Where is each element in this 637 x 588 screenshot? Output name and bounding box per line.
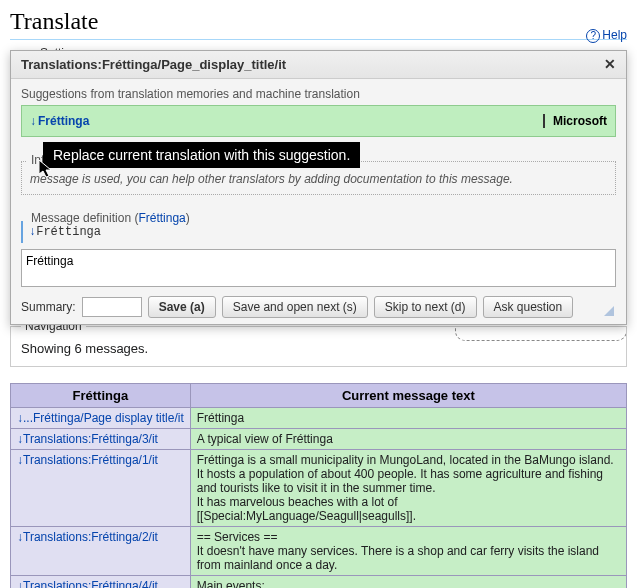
skip-next-button[interactable]: Skip to next (d) — [374, 296, 477, 318]
message-text-cell: A typical view of Fréttinga — [190, 429, 626, 450]
dialog-header: Translations:Fréttinga/Page_display_titl… — [11, 51, 626, 79]
suggestions-label: Suggestions from translation memories an… — [21, 87, 616, 101]
definition-text: Fréttinga — [36, 225, 101, 239]
save-button[interactable]: Save (a) — [148, 296, 216, 318]
summary-label: Summary: — [21, 300, 76, 314]
col-header-text: Current message text — [190, 384, 626, 408]
page-title: Translate — [10, 8, 627, 40]
apply-suggestion-icon[interactable]: ↓ — [30, 114, 36, 128]
tooltip: Replace current translation with this su… — [43, 142, 360, 168]
help-label: Help — [602, 28, 627, 42]
close-icon[interactable]: ✕ — [604, 57, 616, 72]
table-row: ↓Translations:Fréttinga/2/it== Services … — [11, 527, 627, 576]
message-text-cell: Fréttinga is a small municipality in Mun… — [190, 450, 626, 527]
message-text-cell: Main events: — [190, 576, 626, 589]
definition-source-link[interactable]: Fréttinga — [138, 211, 185, 225]
ask-question-button[interactable]: Ask question — [483, 296, 574, 318]
message-key-cell: ↓Translations:Fréttinga/2/it — [11, 527, 191, 576]
message-link[interactable]: ...Fréttinga/Page display title/it — [23, 411, 184, 425]
table-header-row: Fréttinga Current message text — [11, 384, 627, 408]
navigation-box: Navigation Showing 6 messages. — [10, 326, 627, 367]
resize-grip-icon[interactable] — [602, 304, 614, 316]
table-row: ↓Translations:Fréttinga/1/itFréttinga is… — [11, 450, 627, 527]
translation-input[interactable] — [21, 249, 616, 287]
message-key-cell: ↓Translations:Fréttinga/4/it — [11, 576, 191, 589]
navigation-text: Showing 6 messages. — [21, 341, 616, 356]
save-open-next-button[interactable]: Save and open next (s) — [222, 296, 368, 318]
message-text-cell: == Services ==It doesn't have many servi… — [190, 527, 626, 576]
table-row: ↓...Fréttinga/Page display title/itFrétt… — [11, 408, 627, 429]
suggestion-row[interactable]: ↓ Fréttinga Microsoft — [21, 105, 616, 137]
definition-label: Message definition (Fréttinga) — [27, 211, 194, 225]
message-link[interactable]: Translations:Fréttinga/1/it — [23, 453, 158, 467]
summary-input[interactable] — [82, 297, 142, 317]
messages-table: Fréttinga Current message text ↓...Frétt… — [10, 383, 627, 588]
table-row: ↓Translations:Fréttinga/4/itMain events: — [11, 576, 627, 589]
col-header-key: Fréttinga — [11, 384, 191, 408]
table-row: ↓Translations:Fréttinga/3/itA typical vi… — [11, 429, 627, 450]
help-link[interactable]: ?Help — [586, 28, 627, 43]
suggestion-provider: Microsoft — [543, 114, 607, 128]
dialog-title: Translations:Fréttinga/Page_display_titl… — [21, 57, 286, 72]
help-icon: ? — [586, 29, 600, 43]
message-key-cell: ↓...Fréttinga/Page display title/it — [11, 408, 191, 429]
translation-editor-dialog: Translations:Fréttinga/Page_display_titl… — [10, 50, 627, 325]
message-link[interactable]: Translations:Fréttinga/3/it — [23, 432, 158, 446]
message-text-cell: Fréttinga — [190, 408, 626, 429]
message-key-cell: ↓Translations:Fréttinga/3/it — [11, 429, 191, 450]
message-link[interactable]: Translations:Fréttinga/2/it — [23, 530, 158, 544]
message-key-cell: ↓Translations:Fréttinga/1/it — [11, 450, 191, 527]
suggestion-text: Fréttinga — [38, 114, 89, 128]
message-link[interactable]: Translations:Fréttinga/4/it — [23, 579, 158, 588]
